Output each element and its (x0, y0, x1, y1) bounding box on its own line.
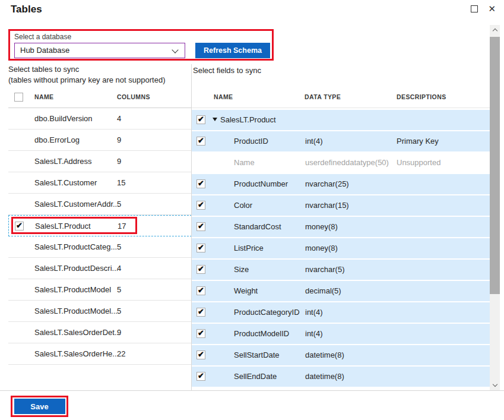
table-row[interactable]: SalesLT.Address 9 (8, 151, 192, 172)
table-row-columns: 9 (117, 157, 121, 166)
close-icon[interactable]: ✕ (488, 5, 496, 13)
tables-header-row: NAME COLUMNS (8, 87, 192, 108)
field-row[interactable]: SellEndDate datetime(8) (192, 367, 490, 387)
table-row-name: SalesLT.ProductModel... (34, 307, 118, 315)
field-row-name: StandardCost (234, 222, 281, 231)
table-row-columns: 17 (118, 222, 126, 230)
table-row[interactable]: SalesLT.ProductCateg... 5 (8, 236, 192, 258)
chevron-down-icon (492, 382, 497, 387)
field-row[interactable]: ProductID int(4) Primary Key (192, 131, 490, 151)
table-row[interactable]: SalesLT.ProductModel 5 (8, 279, 192, 301)
fields-header-datatype: DATA TYPE (305, 93, 341, 100)
table-row-name: SalesLT.Address (34, 157, 92, 166)
field-row[interactable]: Weight decimal(5) (192, 281, 490, 301)
table-row-name: SalesLT.ProductModel (34, 285, 111, 294)
field-row-type: datetime(8) (305, 372, 344, 381)
field-checkbox[interactable] (196, 244, 205, 252)
table-row[interactable]: SalesLT.Customer 15 (8, 172, 192, 194)
field-row[interactable]: StandardCost money(8) (192, 217, 490, 237)
field-row-name: Color (234, 201, 252, 210)
table-row-columns: 5 (117, 285, 121, 294)
fields-panel: Select fields to sync NAME DATA TYPE DES… (192, 64, 490, 390)
table-row-name: SalesLT.SalesOrderHe... (34, 349, 119, 358)
field-checkbox[interactable] (196, 329, 205, 338)
field-row-name: ListPrice (234, 244, 264, 252)
field-row-type: datetime(8) (305, 350, 344, 359)
field-checkbox[interactable] (196, 137, 205, 146)
field-checkbox[interactable] (196, 350, 205, 359)
maximize-icon[interactable] (471, 5, 478, 12)
row-checkbox[interactable] (15, 222, 24, 230)
table-row-name: SalesLT.ProductDescri... (34, 264, 118, 273)
tables-header-name: NAME (34, 93, 54, 100)
field-row-name: Size (234, 265, 249, 274)
table-row-columns: 22 (117, 349, 125, 358)
table-row[interactable]: SalesLT.ProductDescri... 4 (8, 258, 192, 279)
save-annotation-box: Save (11, 396, 68, 417)
table-row-name: SalesLT.ProductCateg... (34, 242, 117, 251)
field-row-name: ProductID (234, 137, 268, 146)
field-row-name: ProductCategoryID (234, 308, 300, 317)
field-row[interactable]: Color nvarchar(15) (192, 195, 490, 216)
refresh-schema-button[interactable]: Refresh Schema (195, 43, 270, 58)
table-row[interactable]: SalesLT.SalesOrderHe... 22 (8, 343, 192, 365)
field-row-name: SellEndDate (234, 372, 277, 381)
database-select[interactable]: Hub Database (14, 43, 185, 58)
fields-header-row: NAME DATA TYPE DESCRIPTIONS (192, 87, 490, 108)
table-row[interactable]: SalesLT.CustomerAddr... 5 (8, 194, 192, 215)
chevron-down-icon (172, 46, 178, 53)
field-checkbox[interactable] (196, 308, 205, 317)
fields-list: SalesLT.Product ProductID int(4) Primary… (192, 110, 490, 388)
fields-header-descriptions: DESCRIPTIONS (397, 93, 446, 100)
vertical-scrollbar[interactable] (490, 25, 500, 390)
field-row[interactable]: ProductNumber nvarchar(25) (192, 174, 490, 194)
field-row-type: nvarchar(5) (305, 265, 344, 274)
field-row[interactable]: ListPrice money(8) (192, 238, 490, 258)
fields-header-name: NAME (214, 93, 233, 100)
field-checkbox[interactable] (196, 222, 205, 231)
select-all-checkbox[interactable] (14, 93, 23, 102)
field-row-name: Name (234, 158, 255, 167)
field-row[interactable]: ProductModelID int(4) (192, 324, 490, 344)
chevron-up-icon (492, 29, 497, 33)
field-row[interactable]: ProductCategoryID int(4) (192, 302, 490, 323)
field-checkbox[interactable] (196, 201, 205, 210)
tables-list: dbo.BuildVersion 4 dbo.ErrorLog 9 SalesL… (8, 108, 192, 365)
field-row[interactable]: SalesLT.Product (192, 110, 490, 130)
field-row-type: int(4) (305, 308, 323, 317)
field-checkbox[interactable] (196, 265, 205, 274)
collapse-caret-icon[interactable] (213, 118, 217, 121)
field-row-type: userdefineddatatype(50) (305, 158, 389, 167)
fields-panel-title: Select fields to sync (193, 65, 261, 76)
field-checkbox[interactable] (196, 286, 205, 295)
table-row-columns: 4 (117, 264, 121, 273)
field-checkbox[interactable] (196, 372, 205, 381)
scroll-up-button[interactable] (490, 25, 500, 35)
field-row-name: Weight (234, 286, 258, 295)
field-row-description: Unsupported (397, 158, 440, 167)
tables-header-columns: COLUMNS (117, 93, 150, 100)
field-row-type: int(4) (305, 329, 323, 338)
field-checkbox[interactable] (196, 115, 205, 124)
table-row[interactable]: dbo.BuildVersion 4 (8, 108, 192, 130)
table-row[interactable]: dbo.ErrorLog 9 (8, 130, 192, 151)
table-row-columns: 5 (117, 242, 121, 251)
field-checkbox[interactable] (196, 179, 205, 188)
table-row[interactable]: SalesLT.SalesOrderDet... 9 (8, 322, 192, 343)
table-row-columns: 4 (117, 114, 121, 123)
scroll-down-button[interactable] (490, 380, 500, 390)
field-row[interactable]: SellStartDate datetime(8) (192, 345, 490, 365)
field-row[interactable]: Name userdefineddatatype(50) Unsupported (192, 153, 490, 173)
field-row[interactable]: Size nvarchar(5) (192, 260, 490, 280)
field-row-type: nvarchar(25) (305, 179, 349, 188)
field-row-name: ProductModelID (234, 329, 289, 338)
tables-panel-subtitle: (tables without primary key are not supp… (8, 75, 192, 86)
save-button[interactable]: Save (14, 399, 65, 414)
footer-divider (0, 390, 504, 391)
table-row[interactable]: SalesLT.ProductModel... 5 (8, 301, 192, 322)
table-row-name: SalesLT.SalesOrderDet... (34, 328, 121, 337)
scrollbar-thumb[interactable] (490, 37, 500, 294)
table-row[interactable]: SalesLT.Product 17 (8, 215, 192, 236)
field-row-name: SalesLT.Product (220, 115, 276, 124)
field-row-type: money(8) (305, 222, 338, 231)
